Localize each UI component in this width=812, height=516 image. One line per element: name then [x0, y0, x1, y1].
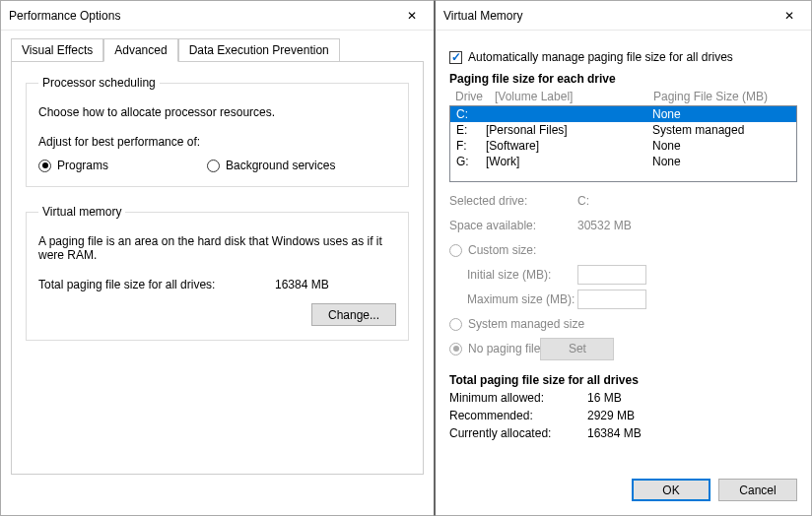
radio-background-label: Background services	[226, 159, 335, 172]
cancel-button[interactable]: Cancel	[718, 479, 797, 501]
selected-drive-label: Selected drive:	[449, 194, 577, 208]
radio-background-services[interactable]: Background services	[207, 159, 335, 172]
processor-scheduling-group: Processor scheduling Choose how to alloc…	[26, 76, 409, 187]
system-managed-label: System managed size	[468, 317, 584, 331]
drive-row[interactable]: C: None	[450, 106, 796, 122]
virtual-memory-group: Virtual memory A paging file is an area …	[26, 205, 409, 341]
recommended-label: Recommended:	[449, 409, 587, 422]
tab-visual-effects[interactable]: Visual Effects	[11, 38, 103, 61]
radio-programs-label: Programs	[57, 159, 108, 172]
totals-section: Total paging file size for all drives Mi…	[449, 373, 797, 440]
radio-icon	[449, 343, 462, 355]
drive-row[interactable]: E: [Personal Files] System managed	[450, 122, 796, 138]
titlebar: Virtual Memory ✕	[436, 1, 811, 31]
selected-drive-value: C:	[577, 194, 589, 208]
vm-desc: A paging file is an area on the hard dis…	[38, 234, 396, 262]
checkbox-icon: ✓	[449, 51, 462, 64]
performance-options-window: Performance Options ✕ Visual Effects Adv…	[0, 0, 435, 516]
tab-dep[interactable]: Data Execution Prevention	[178, 38, 340, 61]
adjust-for-label: Adjust for best performance of:	[38, 135, 396, 149]
window-title: Virtual Memory	[443, 9, 522, 23]
processor-scheduling-legend: Processor scheduling	[38, 76, 160, 90]
recommended-value: 2929 MB	[587, 409, 635, 422]
max-size-input	[577, 290, 646, 309]
titlebar: Performance Options ✕	[1, 1, 434, 31]
custom-size-label: Custom size:	[468, 243, 536, 257]
min-allowed-value: 16 MB	[587, 391, 622, 405]
drive-list[interactable]: C: None E: [Personal Files] System manag…	[449, 105, 797, 182]
close-button[interactable]: ✕	[767, 1, 811, 31]
current-allocated-label: Currently allocated:	[449, 426, 587, 440]
radio-system-managed: System managed size	[449, 317, 584, 331]
close-button[interactable]: ✕	[389, 1, 434, 31]
drive-row[interactable]: F: [Software] None	[450, 138, 796, 154]
radio-icon	[38, 160, 51, 172]
initial-size-label: Initial size (MB):	[449, 268, 577, 282]
drive-list-header: Drive [Volume Label] Paging File Size (M…	[449, 88, 797, 105]
total-paging-value: 16384 MB	[275, 278, 329, 291]
vm-content: ✓ Automatically manage paging file size …	[436, 31, 811, 456]
space-available-value: 30532 MB	[577, 219, 632, 232]
virtual-memory-dialog: Virtual Memory ✕ ✓ Automatically manage …	[435, 0, 812, 516]
current-allocated-value: 16384 MB	[587, 426, 642, 440]
paging-each-drive-label: Paging file size for each drive	[449, 72, 797, 86]
initial-size-input	[577, 265, 646, 285]
drive-settings: Selected drive: C: Space available: 3053…	[449, 190, 797, 359]
close-icon: ✕	[784, 9, 794, 23]
auto-manage-checkbox[interactable]: ✓ Automatically manage paging file size …	[449, 50, 797, 64]
tab-content: Processor scheduling Choose how to alloc…	[11, 61, 424, 475]
tab-advanced[interactable]: Advanced	[103, 38, 177, 62]
auto-manage-label: Automatically manage paging file size fo…	[468, 50, 733, 64]
close-icon: ✕	[407, 9, 417, 23]
window-title: Performance Options	[9, 9, 120, 23]
max-size-label: Maximum size (MB):	[449, 292, 577, 306]
space-available-label: Space available:	[449, 219, 577, 232]
dialog-buttons: OK Cancel	[632, 479, 797, 501]
radio-icon	[449, 318, 462, 331]
change-button[interactable]: Change...	[311, 303, 396, 326]
no-paging-label: No paging file	[468, 342, 540, 355]
tabs: Visual Effects Advanced Data Execution P…	[1, 31, 434, 61]
radio-custom-size: Custom size:	[449, 243, 536, 257]
radio-icon	[207, 160, 220, 172]
min-allowed-label: Minimum allowed:	[449, 391, 587, 405]
drive-row[interactable]: G: [Work] None	[450, 154, 796, 169]
radio-no-paging: No paging file	[449, 342, 540, 355]
set-button: Set	[540, 338, 614, 360]
virtual-memory-legend: Virtual memory	[38, 205, 125, 219]
total-paging-label: Total paging file size for all drives:	[38, 278, 275, 291]
radio-programs[interactable]: Programs	[38, 159, 108, 172]
radio-icon	[449, 244, 462, 257]
totals-header: Total paging file size for all drives	[449, 373, 797, 387]
proc-desc: Choose how to allocate processor resourc…	[38, 105, 396, 119]
ok-button[interactable]: OK	[632, 479, 710, 501]
